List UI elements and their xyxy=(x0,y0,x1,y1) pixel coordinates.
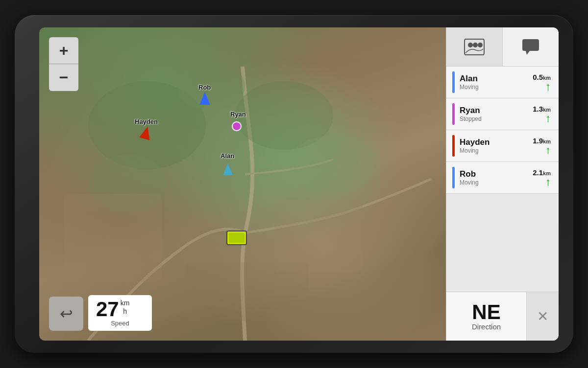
ryan-dist-value: 1.3 xyxy=(533,105,543,113)
map-roads-svg xyxy=(39,27,446,341)
member-row-ryan[interactable]: Ryan Stopped 1.3km ↑ xyxy=(446,98,559,130)
hayden-arrow-icon xyxy=(139,125,153,140)
direction-box: NE Direction xyxy=(446,292,527,341)
map-area: + − Rob Hayden Ryan Alan xyxy=(39,27,446,341)
rob-status: Moving xyxy=(460,179,533,186)
members-list: Alan Moving 0.5km ↑ Ryan Stopped xyxy=(446,67,559,292)
direction-letters: NE xyxy=(472,302,500,322)
alan-arrow-icon xyxy=(223,163,233,175)
speed-display: 27 km h Speed xyxy=(88,295,152,331)
ryan-dist-unit: km xyxy=(543,107,551,113)
marker-alan-label: Alan xyxy=(220,152,234,161)
rob-name: Rob xyxy=(460,169,533,179)
sidebar: Alan Moving 0.5km ↑ Ryan Stopped xyxy=(446,27,559,341)
speed-unit-km: km xyxy=(121,299,130,307)
zoom-in-button[interactable]: + xyxy=(49,37,78,64)
svg-rect-7 xyxy=(186,262,309,321)
hayden-color-bar xyxy=(452,135,455,157)
back-button[interactable]: ↩ xyxy=(49,297,83,331)
ryan-distance: 1.3km ↑ xyxy=(533,105,551,124)
rob-color-bar xyxy=(452,167,455,188)
svg-rect-5 xyxy=(64,194,162,282)
hayden-dist-value: 1.9 xyxy=(533,137,543,145)
vehicle-icon xyxy=(226,230,247,245)
hayden-dist-unit: km xyxy=(543,138,551,144)
ryan-dist-arrow-icon: ↑ xyxy=(533,113,551,124)
zoom-out-button[interactable]: − xyxy=(49,64,78,91)
ryan-color-bar xyxy=(452,103,455,125)
screen: + − Rob Hayden Ryan Alan xyxy=(39,27,559,341)
ryan-status: Stopped xyxy=(460,115,533,122)
speed-value: 27 xyxy=(96,299,119,320)
group-icon xyxy=(464,38,485,56)
rob-info: Rob Moving xyxy=(460,169,533,186)
sidebar-bottom: NE Direction ✕ xyxy=(446,292,559,341)
speed-label: Speed xyxy=(96,320,144,327)
tab-group[interactable] xyxy=(446,27,503,66)
ryan-info: Ryan Stopped xyxy=(460,106,533,122)
direction-label: Direction xyxy=(472,322,501,331)
svg-point-10 xyxy=(473,43,478,47)
ryan-name: Ryan xyxy=(460,106,533,115)
svg-point-9 xyxy=(468,43,473,47)
marker-hayden-label: Hayden xyxy=(135,118,158,125)
svg-rect-6 xyxy=(274,199,363,272)
marker-hayden: Hayden xyxy=(135,118,158,139)
marker-rob-label: Rob xyxy=(198,84,211,91)
hayden-status: Moving xyxy=(460,147,533,154)
hayden-name: Hayden xyxy=(460,138,533,147)
sidebar-tabs xyxy=(446,27,559,67)
member-row-alan[interactable]: Alan Moving 0.5km ↑ xyxy=(446,67,559,98)
alan-name: Alan xyxy=(460,74,533,84)
alan-dist-unit: km xyxy=(543,75,551,81)
rob-dist-value: 2.1 xyxy=(533,168,543,177)
svg-point-3 xyxy=(289,135,377,194)
alan-dist-value: 0.5 xyxy=(533,73,543,81)
alan-dist-arrow-icon: ↑ xyxy=(533,81,551,92)
alan-status: Moving xyxy=(460,84,533,91)
hayden-info: Hayden Moving xyxy=(460,138,533,154)
member-row-rob[interactable]: Rob Moving 2.1km ↑ xyxy=(446,162,559,194)
svg-marker-13 xyxy=(526,51,530,55)
alan-distance: 0.5km ↑ xyxy=(533,73,551,92)
close-icon: ✕ xyxy=(537,308,548,324)
zoom-controls[interactable]: + − xyxy=(49,37,78,91)
member-row-hayden[interactable]: Hayden Moving 1.9km ↑ xyxy=(446,130,559,162)
message-icon xyxy=(521,38,540,56)
marker-ryan-label: Ryan xyxy=(230,111,246,119)
garmin-device: GARMIN xyxy=(15,15,573,353)
speed-unit-h: h xyxy=(121,307,130,316)
rob-dist-arrow-icon: ↑ xyxy=(533,177,551,187)
svg-point-11 xyxy=(478,43,483,47)
marker-rob: Rob xyxy=(198,84,211,105)
close-button[interactable]: ✕ xyxy=(527,292,559,341)
hayden-dist-arrow-icon: ↑ xyxy=(533,145,551,156)
alan-info: Alan Moving xyxy=(460,74,533,91)
ryan-dot-icon xyxy=(232,121,242,131)
rob-distance: 2.1km ↑ xyxy=(533,168,551,187)
tab-message[interactable] xyxy=(503,27,559,66)
rob-arrow-icon xyxy=(199,92,210,105)
back-arrow-icon: ↩ xyxy=(60,304,73,323)
rob-dist-unit: km xyxy=(543,170,551,176)
svg-rect-12 xyxy=(522,39,539,51)
alan-color-bar xyxy=(452,71,455,93)
hayden-distance: 1.9km ↑ xyxy=(533,137,551,156)
